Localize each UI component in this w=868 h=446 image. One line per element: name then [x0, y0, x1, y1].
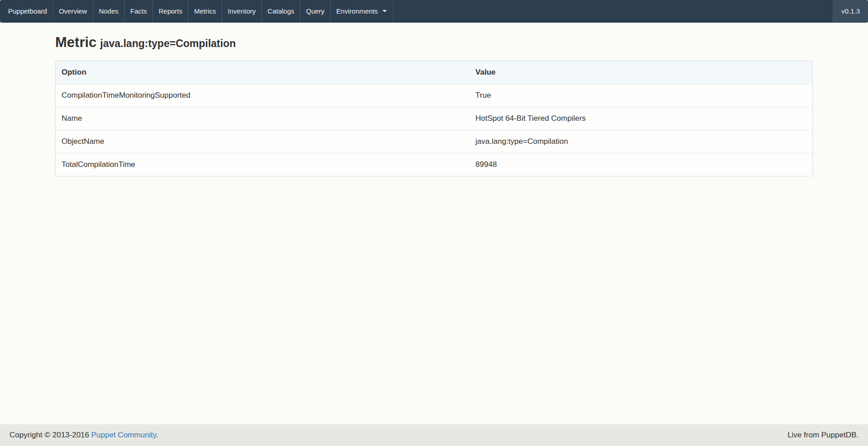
puppet-community-link[interactable]: Puppet Community [91, 431, 156, 439]
page-title: Metricjava.lang:type=Compilation [55, 34, 813, 51]
table-row: CompilationTimeMonitoringSupportedTrue [56, 84, 812, 107]
navbar: Puppetboard OverviewNodesFactsReportsMet… [0, 0, 868, 23]
table-row: TotalCompilationTime89948 [56, 153, 812, 176]
nav-item-metrics[interactable]: Metrics [188, 0, 222, 22]
nav-item-reports[interactable]: Reports [153, 0, 188, 22]
cell-value: 89948 [470, 153, 812, 176]
nav-item-label: Inventory [228, 7, 256, 15]
metric-table-body: CompilationTimeMonitoringSupportedTrueNa… [56, 84, 812, 176]
nav-item-catalogs[interactable]: Catalogs [262, 0, 300, 22]
nav-item-overview[interactable]: Overview [53, 0, 93, 22]
cell-value: java.lang:type=Compilation [470, 130, 812, 153]
cell-value: True [470, 84, 812, 107]
table-row: NameHotSpot 64-Bit Tiered Compilers [56, 107, 812, 130]
nav-item-environments[interactable]: Environments [330, 0, 393, 22]
footer: Copyright © 2013-2016 Puppet Community. … [0, 424, 868, 446]
content-container: Metricjava.lang:type=Compilation Option … [55, 34, 813, 176]
nav-item-facts[interactable]: Facts [124, 0, 153, 22]
nav-item-label: Query [306, 7, 324, 15]
nav-item-label: Metrics [194, 7, 216, 15]
footer-copyright: Copyright © 2013-2016 Puppet Community. [10, 431, 158, 440]
column-header-option: Option [56, 61, 470, 84]
cell-option: CompilationTimeMonitoringSupported [56, 84, 470, 107]
nav-item-query[interactable]: Query [300, 0, 330, 22]
page-subtitle: java.lang:type=Compilation [100, 38, 236, 49]
copyright-suffix: . [156, 431, 158, 439]
table-header-row: Option Value [56, 61, 812, 84]
navbar-spacer [393, 0, 833, 22]
navbar-menu: OverviewNodesFactsReportsMetricsInventor… [53, 0, 393, 22]
table-row: ObjectNamejava.lang:type=Compilation [56, 130, 812, 153]
nav-item-label: Catalogs [267, 7, 294, 15]
cell-value: HotSpot 64-Bit Tiered Compilers [470, 107, 812, 130]
nav-item-label: Reports [158, 7, 182, 15]
footer-status: Live from PuppetDB. [787, 431, 858, 440]
navbar-brand[interactable]: Puppetboard [0, 0, 53, 22]
column-header-value: Value [470, 61, 812, 84]
copyright-text: Copyright © 2013-2016 [10, 431, 89, 439]
main-content: Metricjava.lang:type=Compilation Option … [0, 23, 868, 424]
cell-option: TotalCompilationTime [56, 153, 470, 176]
nav-item-nodes[interactable]: Nodes [93, 0, 124, 22]
chevron-down-icon [382, 10, 387, 12]
cell-option: ObjectName [56, 130, 470, 153]
metric-table: Option Value CompilationTimeMonitoringSu… [55, 61, 813, 176]
page-title-text: Metric [55, 34, 96, 50]
version-badge: v0.1.3 [833, 0, 868, 22]
cell-option: Name [56, 107, 470, 130]
nav-item-label: Overview [59, 7, 87, 15]
nav-item-label: Facts [130, 7, 147, 15]
nav-item-inventory[interactable]: Inventory [222, 0, 262, 22]
nav-item-label: Environments [336, 7, 378, 15]
nav-item-label: Nodes [99, 7, 118, 15]
